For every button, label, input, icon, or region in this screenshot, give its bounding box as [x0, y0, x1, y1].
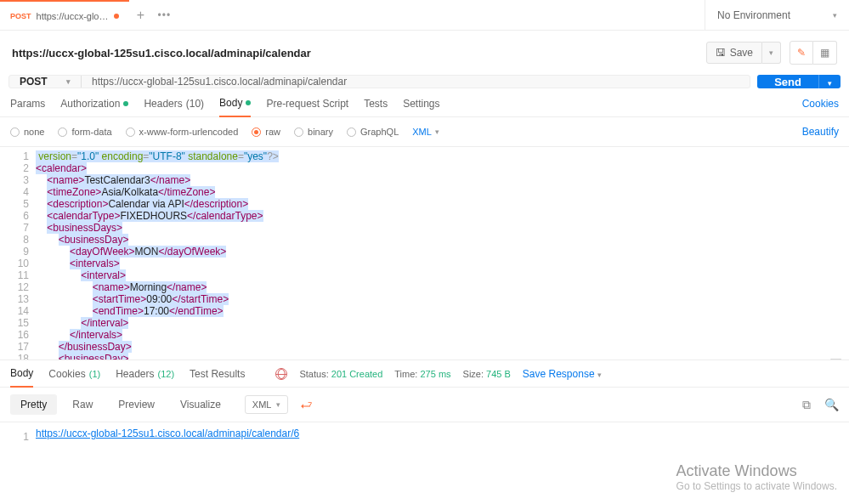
response-size: 745 B: [486, 369, 511, 379]
chevron-down-icon: ▾: [769, 48, 773, 57]
wrap-lines-icon[interactable]: ⮐: [300, 398, 312, 411]
tab-overflow-menu[interactable]: •••: [153, 9, 177, 21]
view-pretty[interactable]: Pretty: [10, 394, 57, 415]
radio-formdata[interactable]: form-data: [58, 127, 111, 137]
radio-icon: [126, 127, 135, 137]
resp-tab-body[interactable]: Body: [10, 367, 33, 388]
line-gutter: 123456789101112131415161718: [0, 147, 36, 360]
cookies-link[interactable]: Cookies: [802, 98, 839, 116]
response-link[interactable]: https://uccx-global-125su1.cisco.local/a…: [36, 428, 299, 439]
comment-icon: ▦: [820, 47, 829, 59]
tab-params[interactable]: Params: [10, 98, 45, 116]
radio-icon: [347, 127, 356, 137]
radio-xwww[interactable]: x-www-form-urlencoded: [126, 127, 239, 137]
body-editor[interactable]: 123456789101112131415161718 version="1.0…: [0, 147, 849, 360]
radio-raw[interactable]: raw: [252, 127, 280, 137]
view-visualize[interactable]: Visualize: [170, 394, 231, 415]
resp-tab-cookies[interactable]: Cookies (1): [48, 368, 100, 387]
chevron-down-icon: ▾: [435, 127, 439, 136]
code-content[interactable]: version="1.0" encoding="UTF-8" standalon…: [36, 147, 849, 360]
method-url: POST ▾: [8, 75, 750, 88]
url-input[interactable]: [82, 76, 750, 88]
response-time: 275 ms: [420, 369, 450, 379]
activate-windows-watermark: Activate Windows Go to Settings to activ…: [676, 462, 837, 492]
response-content: https://uccx-global-125su1.cisco.local/a…: [36, 428, 299, 446]
chevron-down-icon: ▾: [66, 77, 71, 86]
unsaved-dot-icon: [114, 14, 119, 19]
edit-icon: ✎: [797, 47, 806, 59]
raw-type-selector[interactable]: XML▾: [412, 127, 439, 137]
view-preview[interactable]: Preview: [108, 394, 165, 415]
body-type-row: none form-data x-www-form-urlencoded raw…: [0, 117, 849, 147]
tab-body[interactable]: Body: [219, 97, 251, 117]
status-dot-icon: [246, 100, 251, 105]
save-options-button[interactable]: ▾: [762, 42, 781, 64]
view-raw[interactable]: Raw: [62, 394, 103, 415]
radio-none[interactable]: none: [10, 127, 44, 137]
save-button[interactable]: 🖫 Save: [706, 42, 762, 64]
radio-graphql[interactable]: GraphQL: [347, 127, 399, 137]
tab-title: https://uccx-glob...: [37, 11, 109, 21]
chevron-down-icon: ▾: [276, 400, 280, 409]
comment-icon-button[interactable]: ▦: [813, 41, 837, 65]
status-code: 201 Created: [331, 369, 383, 379]
tab-prerequest[interactable]: Pre-request Script: [266, 98, 348, 116]
response-tabs: Body Cookies (1) Headers (12) Test Resul…: [0, 360, 849, 388]
send-options-button[interactable]: ▾: [818, 75, 841, 88]
chevron-down-icon: ▾: [833, 11, 837, 20]
copy-icon[interactable]: ⧉: [802, 398, 811, 412]
chevron-down-icon: ▾: [828, 79, 832, 88]
tab-tests[interactable]: Tests: [364, 98, 388, 116]
tab-authorization[interactable]: Authorization: [60, 98, 128, 116]
radio-icon: [294, 127, 303, 137]
tab-settings[interactable]: Settings: [403, 98, 439, 116]
tab-headers[interactable]: Headers (10): [144, 98, 204, 116]
save-response-button[interactable]: Save Response ▾: [523, 368, 602, 380]
save-label: Save: [730, 47, 753, 59]
response-status: Status: 201 Created Time: 275 ms Size: 7…: [275, 368, 601, 387]
environment-label: No Environment: [717, 9, 790, 21]
response-view-bar: Pretty Raw Preview Visualize XML▾ ⮐ ⧉ 🔍: [0, 388, 849, 422]
top-tabs: POST https://uccx-glob... + ••• No Envir…: [0, 0, 849, 31]
radio-icon: [252, 127, 261, 137]
radio-binary[interactable]: binary: [294, 127, 333, 137]
search-icon[interactable]: 🔍: [824, 398, 839, 411]
request-tab[interactable]: POST https://uccx-glob...: [0, 0, 129, 31]
edit-icon-button[interactable]: ✎: [790, 41, 813, 65]
request-subtabs: Params Authorization Headers (10) Body P…: [0, 88, 849, 117]
method-value: POST: [20, 76, 48, 88]
request-title: https://uccx-global-125su1.cisco.local/a…: [12, 47, 698, 59]
beautify-link[interactable]: Beautify: [802, 126, 839, 138]
network-icon[interactable]: [275, 368, 287, 380]
environment-selector[interactable]: No Environment ▾: [705, 0, 849, 31]
minimap-icon[interactable]: ▭: [829, 354, 842, 360]
save-icon: 🖫: [716, 47, 726, 59]
line-gutter: 1: [0, 428, 36, 446]
tab-method-badge: POST: [10, 12, 31, 20]
method-selector[interactable]: POST ▾: [9, 76, 82, 88]
request-bar: POST ▾ Send ▾: [8, 75, 841, 88]
response-body[interactable]: 1 https://uccx-global-125su1.cisco.local…: [0, 422, 849, 451]
response-format-selector[interactable]: XML▾: [245, 395, 289, 414]
send-button[interactable]: Send: [757, 75, 818, 88]
resp-tab-tests[interactable]: Test Results: [190, 368, 245, 387]
resp-tab-headers[interactable]: Headers (12): [116, 368, 174, 387]
status-dot-icon: [123, 101, 128, 106]
chevron-down-icon: ▾: [597, 371, 602, 379]
new-tab-button[interactable]: +: [129, 8, 153, 23]
radio-icon: [58, 127, 67, 137]
title-row: https://uccx-global-125su1.cisco.local/a…: [0, 31, 849, 75]
radio-icon: [10, 127, 20, 137]
